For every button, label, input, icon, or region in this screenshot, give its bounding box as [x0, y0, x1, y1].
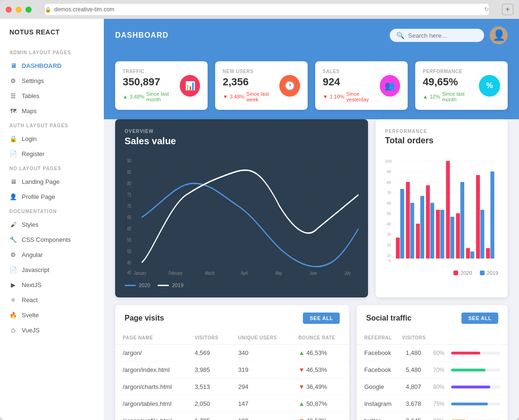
sidebar-item-login[interactable]: 🔒 Login — [0, 131, 104, 146]
react-icon: ⚛ — [9, 296, 17, 304]
javascript-icon: 📄 — [9, 266, 17, 273]
stat-card-performance: PERFORMANCE 49,65% ▲ 12% Since last mont… — [415, 61, 508, 110]
sidebar-label-angular: Angular — [22, 251, 43, 258]
tables-icon: ☰ — [9, 92, 17, 99]
register-icon: 📄 — [9, 150, 17, 157]
sidebar-item-vuejs[interactable]: ◇ VueJS — [0, 322, 104, 338]
svg-text:June: June — [310, 271, 317, 276]
maps-icon: 🗺 — [9, 107, 17, 115]
social-traffic-see-all[interactable]: SEE ALL — [461, 313, 498, 324]
maximize-button[interactable] — [25, 7, 32, 13]
sidebar-item-profile[interactable]: 👤 Profile Page — [0, 189, 104, 204]
svg-text:100: 100 — [385, 159, 392, 164]
bar-legend-2019-label: 2019 — [487, 270, 498, 276]
header-right: 🔍 👤 — [390, 26, 508, 44]
avatar[interactable]: 👤 — [490, 26, 508, 44]
svg-text:0: 0 — [388, 258, 391, 263]
table-row: /argon/profile.html 1,795 190 ▼ 46,53% — [115, 412, 349, 420]
legend-2020: 2020 — [125, 282, 150, 288]
list-item: Instagram 3,678 75% — [357, 395, 508, 412]
progress-fill — [451, 369, 486, 371]
social-traffic-title: Social traffic — [366, 314, 411, 322]
stat-label-performance: PERFORMANCE — [423, 69, 479, 74]
svg-rect-56 — [426, 185, 430, 258]
close-button[interactable] — [6, 7, 12, 13]
stat-change-newusers: ▼ 3.48% Since last week — [223, 91, 279, 102]
progress-fill — [451, 386, 490, 388]
sales-chart-label: OVERVIEW — [125, 129, 359, 134]
col-bounce: BOUNCE RATE — [291, 331, 349, 345]
sidebar-item-react[interactable]: ⚛ React — [0, 292, 104, 307]
search-input[interactable] — [408, 32, 477, 39]
stats-row: TRAFFIC 350,897 ▲ 3.48% Since last month… — [104, 52, 519, 119]
sidebar-item-maps[interactable]: 🗺 Maps — [0, 103, 104, 118]
minimize-button[interactable] — [16, 7, 22, 13]
sidebar-item-register[interactable]: 📄 Register — [0, 146, 104, 161]
social-name: Facebook — [364, 366, 402, 373]
main-content: DASHBOARD 🔍 👤 TRAFFIC 35 — [104, 19, 519, 420]
sidebar-label-maps: Maps — [22, 107, 37, 115]
svg-rect-55 — [420, 196, 424, 258]
settings-icon: ⚙ — [9, 77, 17, 84]
progress-fill — [451, 403, 488, 405]
list-item: Facebook 5,480 70% — [357, 362, 508, 379]
stat-info-performance: PERFORMANCE 49,65% ▲ 12% Since last mont… — [423, 69, 479, 102]
sidebar-item-tables[interactable]: ☰ Tables — [0, 88, 104, 103]
svg-text:90: 90 — [387, 169, 392, 174]
cell-visitors: 4,569 — [187, 345, 230, 362]
dashboard-icon: 🖥 — [9, 62, 17, 69]
tables-section: Page visits SEE ALL PAGE NAME VISITORS U… — [104, 305, 519, 420]
sidebar-item-landing[interactable]: 🖥 Landing Page — [0, 174, 104, 189]
sidebar: NOTUS REACT ADMIN LAYOUT PAGES 🖥 DASHBOA… — [0, 19, 104, 420]
stat-info-traffic: TRAFFIC 350,897 ▲ 3.48% Since last month — [123, 69, 180, 102]
svg-text:70: 70 — [387, 190, 392, 195]
social-col-visitors: VISITORS — [402, 335, 426, 340]
search-box[interactable]: 🔍 — [390, 29, 484, 42]
cell-unique: 319 — [231, 362, 291, 379]
social-name: Google — [364, 383, 402, 390]
refresh-icon[interactable]: ↻ — [484, 6, 489, 13]
stat-card-newusers: NEW USERS 2,356 ▼ 3.48% Since last week … — [215, 61, 308, 110]
page-visits-see-all[interactable]: SEE ALL — [303, 313, 340, 324]
social-col-referral: REFERRAL — [364, 335, 402, 340]
sidebar-label-styles: Styles — [22, 221, 38, 228]
sidebar-item-javascript[interactable]: 📄 Javascript — [0, 262, 104, 277]
social-visitors: 1,480 — [406, 349, 429, 356]
social-name: Instagram — [364, 400, 402, 407]
cell-visitors: 3,985 — [187, 362, 230, 379]
social-rows-container: Facebook 1,480 60% Facebook 5,480 70% Go… — [357, 345, 508, 420]
svg-text:50: 50 — [387, 211, 392, 216]
styles-icon: 🖌 — [9, 221, 17, 228]
stat-info-sales: SALES 924 ▼ 1.10% Since yesterday — [323, 69, 380, 102]
sidebar-item-nextjs[interactable]: ▶ NextJS — [0, 277, 104, 292]
social-pct: 75% — [433, 401, 447, 407]
social-pct: 80% — [433, 384, 447, 390]
clock-icon: 🕐 — [285, 81, 295, 91]
new-tab-button[interactable]: + — [502, 4, 513, 15]
list-item: Facebook 1,480 60% — [357, 345, 508, 362]
sales-chart-svg: 90 85 80 75 70 65 60 — [125, 154, 359, 277]
url-bar[interactable]: 🔒 demos.creative-tim.com ↻ — [45, 4, 489, 15]
social-traffic-header: Social traffic SEE ALL — [357, 305, 508, 331]
social-pct: 30% — [433, 418, 447, 420]
social-name: twitter — [364, 417, 402, 420]
svg-text:30: 30 — [387, 232, 392, 237]
sidebar-item-settings[interactable]: ⚙ Settings — [0, 73, 104, 88]
sidebar-item-css[interactable]: 🔧 CSS Components — [0, 232, 104, 247]
progress-track — [451, 403, 500, 405]
svg-rect-61 — [450, 217, 454, 259]
svg-text:55: 55 — [127, 238, 131, 243]
cell-unique: 340 — [231, 345, 291, 362]
sidebar-label-landing: Landing Page — [22, 178, 59, 185]
stat-change-performance: ▲ 12% Since last month — [423, 91, 479, 102]
stat-label-traffic: TRAFFIC — [123, 69, 180, 74]
sidebar-item-svelte[interactable]: 🔥 Svelte — [0, 307, 104, 322]
cell-visitors: 3,513 — [187, 379, 230, 395]
sidebar-item-angular[interactable]: ⚙ Angular — [0, 247, 104, 262]
stat-change-sales: ▼ 1.10% Since yesterday — [323, 91, 380, 102]
progress-track — [451, 352, 500, 354]
svg-text:45: 45 — [127, 260, 131, 265]
sidebar-item-styles[interactable]: 🖌 Styles — [0, 217, 104, 232]
sidebar-item-dashboard[interactable]: 🖥 DASHBOARD — [0, 58, 104, 73]
table-row: /argon/tables.html 2,050 147 ▲ 50,87% — [115, 395, 349, 412]
